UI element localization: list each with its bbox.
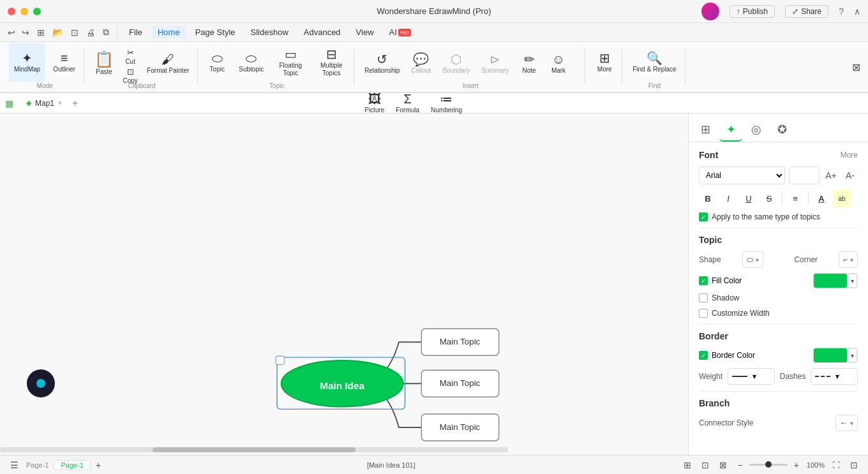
multiple-topics-button[interactable]: ⊟ Multiple Topics [312,43,350,82]
float-indicator[interactable] [27,369,55,397]
weight-select[interactable]: ▾ [728,368,775,385]
add-tab-button[interactable]: + [72,98,78,109]
corner-select[interactable]: ⌐ ▾ [839,251,858,268]
summary-button[interactable]: ⊳ Summary [476,45,514,83]
collapse-icon[interactable]: ∧ [854,6,860,17]
border-color-checkbox[interactable]: ✓ [699,351,708,360]
share-icon: ⤢ [792,7,798,16]
panel-tab-layout[interactable]: ⊞ [694,119,717,142]
fill-color-swatch[interactable] [814,274,847,288]
menu-home[interactable]: Home [151,26,186,38]
add-page-button[interactable]: + [96,460,101,470]
zoom-minus-button[interactable]: − [735,459,745,471]
scrollbar-thumb[interactable] [153,447,355,452]
close-button[interactable] [8,8,15,15]
floating-topic-button[interactable]: ▭ Floating Topic [271,43,310,82]
window-controls [8,8,41,15]
connector-style-select[interactable]: ← ▾ [835,415,858,431]
note-button[interactable]: ✏ Note [515,45,543,83]
sidebar-toggle-tab[interactable]: ▦ [5,98,13,108]
highlight-button[interactable]: ab [833,189,851,207]
avatar[interactable] [701,3,719,20]
find-replace-button[interactable]: 🔍 Find & Replace [627,43,681,82]
zoom-thumb[interactable] [765,461,772,468]
mindmap-button[interactable]: ✦ MindMap [9,43,45,82]
share-button[interactable]: ⤢ Share [785,5,828,18]
menu-ai[interactable]: AI Hot [383,26,417,38]
horizontal-scrollbar[interactable] [0,447,508,452]
font-size-input[interactable]: 21 [789,167,819,184]
italic-button[interactable]: I [719,189,737,207]
cut-button[interactable]: ✂ Cut [119,47,142,65]
border-color-dropdown[interactable]: ▾ [847,348,857,362]
paste-button[interactable]: 📋 Paste [89,45,119,83]
cut-icon: ✂ [127,48,134,57]
undo-button[interactable]: ↩ [5,26,18,39]
menu-slideshow[interactable]: Slideshow [244,26,295,38]
format-painter-button[interactable]: 🖌 Format Painter [142,45,194,83]
print-button[interactable]: 🖨 [84,26,98,39]
fullscreen-button[interactable]: ⛶ [830,459,842,471]
menu-view[interactable]: View [350,26,380,38]
font-increase-button[interactable]: A+ [823,168,839,183]
mark-button[interactable]: ☺ Mark [544,45,572,83]
bold-button[interactable]: B [699,189,717,207]
svg-text:Main Idea: Main Idea [320,380,364,391]
maximize-button[interactable] [33,8,41,15]
current-page-tab[interactable]: Page-1 [54,460,90,470]
corner-icon: ⌐ [843,255,848,264]
section-divider-1 [699,228,858,228]
save-button[interactable]: ⊡ [68,26,81,39]
menu-file[interactable]: File [123,26,149,38]
apply-same-checkbox[interactable]: ✓ [699,212,708,221]
zoom-percent[interactable]: 100% [807,461,825,469]
customize-width-checkbox[interactable] [699,309,708,318]
callout-button[interactable]: 💬 Callout [406,45,436,83]
open-button[interactable]: 📂 [50,26,66,39]
boundary-button[interactable]: ⬡ Boundary [437,45,475,83]
font-family-select[interactable]: Arial [699,167,785,184]
shape-select[interactable]: ⬭ ▾ [742,251,763,268]
menu-page-style[interactable]: Page Style [189,26,242,38]
close-tab-button[interactable]: × [58,100,62,107]
outliner-button[interactable]: ≡ Outliner [48,43,80,82]
new-tab-button[interactable]: ⊞ [34,26,47,39]
table-view-button[interactable]: ⊡ [699,459,712,471]
strikethrough-button[interactable]: S [760,189,778,207]
expand-toolbar-button[interactable]: ⊠ [849,60,863,75]
font-more-link[interactable]: More [841,151,858,159]
dashes-select[interactable]: ▾ [811,368,858,385]
border-color-swatch[interactable] [814,348,847,362]
help-icon[interactable]: ? [839,6,844,17]
fill-color-checkbox[interactable]: ✓ [699,276,708,285]
font-color-button[interactable]: A [812,189,830,207]
more-button[interactable]: ⊞ More [590,43,618,82]
subtopic-button[interactable]: ⬭ Subtopic [234,43,269,82]
relationship-button[interactable]: ↺ Relationship [359,45,405,83]
outline-view-button[interactable]: ⊞ [681,459,694,471]
fill-color-dropdown[interactable]: ▾ [847,274,857,288]
align-button[interactable]: ≡ [786,189,804,207]
panel-tab-decoration[interactable]: ✪ [770,119,793,142]
shadow-checkbox[interactable] [699,293,708,302]
export-button[interactable]: ⧉ [100,26,112,39]
minimize-button[interactable] [20,8,28,15]
tab-map1[interactable]: ◆ Map1 × [19,96,70,110]
zoom-track[interactable] [749,464,788,466]
fit-view-button[interactable]: ⊠ [717,459,730,471]
redo-button[interactable]: ↪ [19,26,32,39]
sidebar-toggle-button[interactable]: ☰ [8,459,21,471]
shape-row: Shape ⬭ ▾ Corner ⌐ ▾ [699,251,858,268]
panel-tab-location[interactable]: ◎ [745,119,768,142]
copy-button[interactable]: ⊡ Copy [119,66,142,84]
zoom-plus-button[interactable]: + [791,459,802,471]
font-decrease-button[interactable]: A- [842,168,858,183]
undo-redo-group: ↩ ↪ [5,26,32,39]
canvas-area[interactable]: Main Idea Main Topic Main Topic Main Top… [0,114,688,455]
menu-advanced[interactable]: Advanced [297,26,347,38]
topic-button[interactable]: ⬭ Topic [203,43,231,82]
panel-tab-style[interactable]: ✦ [719,119,742,142]
publish-button[interactable]: ↑ Publish [730,5,775,18]
underline-button[interactable]: U [740,189,758,207]
collapse-panel-button[interactable]: ⊡ [848,459,860,471]
